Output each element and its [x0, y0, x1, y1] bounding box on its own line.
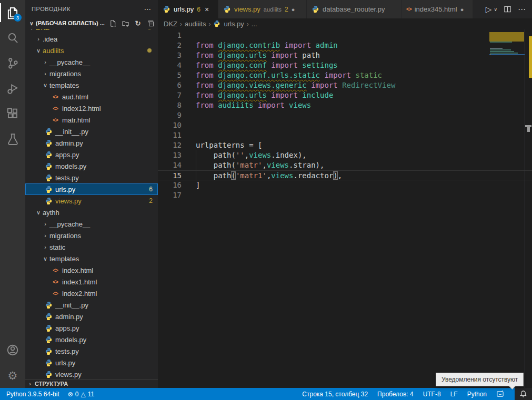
tree-item-admin-py[interactable]: admin.py [25, 311, 158, 322]
code-text: from django.urls import path [182, 50, 320, 60]
tree-item-audiiits[interactable]: ∨audiiits [25, 45, 158, 56]
activity-extensions[interactable] [0, 101, 25, 126]
collapse-all-icon[interactable] [146, 19, 155, 27]
code-line[interactable]: 9 [158, 110, 532, 120]
run-dropdown-icon[interactable]: ∨ [494, 7, 497, 12]
refresh-icon[interactable]: ↻ [134, 19, 142, 27]
code-line[interactable]: 8from audiiits import views [158, 100, 532, 110]
outline-section-header[interactable]: › СТРУКТУРА [25, 379, 158, 388]
breadcrumb-item[interactable]: audiiits [185, 20, 206, 28]
notifications-bell[interactable] [515, 388, 532, 400]
tab-urls-py[interactable]: urls.py 6 × [158, 0, 218, 18]
run-button[interactable]: ▷ [486, 5, 492, 14]
tab-views-py[interactable]: views.py audiiits 2 ● [218, 0, 307, 18]
code-line[interactable]: 12urlpatterns = [ [158, 140, 532, 150]
chevron-right-icon: › [208, 20, 210, 28]
tree-item-label: .idea [43, 35, 57, 43]
tree-item-models-py[interactable]: models.py [25, 334, 158, 345]
feedback-icon[interactable] [496, 390, 505, 398]
tree-item-label: __pycache__ [49, 220, 90, 228]
code-text [182, 130, 196, 140]
tree-item-templates[interactable]: ∨templates [25, 79, 158, 91]
tree-item-label: index2.html [62, 290, 97, 298]
tree-item-migrations[interactable]: ›migrations [25, 230, 158, 241]
line-number: 16 [158, 180, 182, 190]
new-folder-icon[interactable] [121, 19, 129, 27]
tree-item-label: templates [49, 255, 79, 263]
python-icon [44, 335, 53, 344]
tree-item-apps-py[interactable]: apps.py [25, 149, 158, 160]
python-interpreter-status[interactable]: Python 3.9.5 64-bit [6, 391, 59, 398]
tree-item-matr-html[interactable]: <>matr.html [25, 114, 158, 126]
breadcrumb-item[interactable]: ... [252, 20, 257, 28]
tree-item--idea[interactable]: ›.idea [25, 33, 158, 45]
code-line[interactable]: 14 path('matr',views.stran), [158, 160, 532, 170]
overview-ruler[interactable] [525, 29, 532, 388]
workspace-section-header[interactable]: ∨ (РАБОЧАЯ ОБЛАСТЬ) ... ↻ [25, 17, 158, 29]
eol-status[interactable]: LF [450, 391, 458, 398]
code-line[interactable]: 4from django.conf import settings [158, 60, 532, 70]
more-actions-icon[interactable]: ⋯ [518, 5, 526, 14]
tree-item--init-py[interactable]: __init__.py [25, 126, 158, 137]
tree-item-index12-html[interactable]: <>index12.html [25, 102, 158, 114]
language-mode-status[interactable]: Python [467, 391, 487, 398]
tree-item-urls-py[interactable]: urls.py [25, 357, 158, 368]
activity-account[interactable] [0, 337, 25, 363]
tree-item-templates[interactable]: ∨templates [25, 253, 158, 264]
tree-item-index2-html[interactable]: <>index2.html [25, 288, 158, 299]
account-icon [6, 343, 19, 357]
activity-settings[interactable]: ⚙ [0, 363, 25, 388]
tree-item--pycache-[interactable]: ›__pycache__ [25, 56, 158, 68]
activity-run-debug[interactable] [0, 76, 25, 101]
dirty-dot-icon[interactable]: ● [292, 6, 295, 13]
tree-item-tests-py[interactable]: tests.py [25, 345, 158, 357]
code-line[interactable]: 1 [158, 30, 532, 40]
tree-item--pycache-[interactable]: ›__pycache__ [25, 218, 158, 230]
code-line[interactable]: 16] [158, 180, 532, 190]
code-editor[interactable]: 12from django.contrib import admin3from … [158, 29, 532, 388]
tree-item-admin-py[interactable]: admin.py [25, 137, 158, 149]
encoding-status[interactable]: UTF-8 [423, 391, 441, 398]
activity-testing[interactable] [0, 126, 25, 151]
tree-item-index-html[interactable]: <>index.html [25, 264, 158, 276]
minimap[interactable] [489, 29, 525, 388]
split-editor-icon[interactable] [504, 5, 511, 13]
tree-item--init-py[interactable]: __init__.py [25, 299, 158, 311]
tab-database-roouter-py[interactable]: database_roouter.py [307, 0, 401, 18]
close-icon[interactable]: × [205, 5, 209, 14]
dirty-dot-icon[interactable]: ● [460, 6, 464, 13]
activity-source-control[interactable] [0, 50, 25, 76]
cursor-position-status[interactable]: Строка 15, столбец 32 [302, 391, 368, 398]
code-line[interactable]: 13 path('',views.index), [158, 150, 532, 160]
tree-item-models-py[interactable]: models.py [25, 160, 158, 172]
code-line[interactable]: 11 [158, 130, 532, 140]
code-line[interactable]: 7from django.urls import include [158, 90, 532, 100]
tree-item-views-py[interactable]: views.py [25, 368, 158, 379]
tree-item-tests-py[interactable]: tests.py [25, 172, 158, 183]
new-file-icon[interactable] [108, 19, 117, 27]
breadcrumb-item[interactable]: urls.py [224, 20, 244, 28]
tree-item-aud-html[interactable]: <>aud.html [25, 91, 158, 102]
tree-item-aythh[interactable]: ∨aythh [25, 207, 158, 218]
tab-index345-html[interactable]: <> index345.html ● [401, 0, 473, 18]
code-line[interactable]: 5from django.conf.urls.static import sta… [158, 70, 532, 80]
code-area[interactable]: 12from django.contrib import admin3from … [158, 30, 532, 200]
problems-status[interactable]: ⊗ 0 △ 11 [68, 391, 94, 398]
tree-item-apps-py[interactable]: apps.py [25, 322, 158, 334]
breadcrumb-item[interactable]: DKZ [164, 20, 177, 28]
tree-item-index1-html[interactable]: <>index1.html [25, 276, 158, 288]
tree-item-migrations[interactable]: ›migrations [25, 68, 158, 79]
code-line[interactable]: 6from django.views.generic import Redire… [158, 80, 532, 90]
activity-search[interactable] [0, 25, 25, 50]
code-line[interactable]: 15 path('matr1',views.redactor), [158, 170, 532, 180]
code-line[interactable]: 3from django.urls import path [158, 50, 532, 60]
code-line[interactable]: 10 [158, 120, 532, 130]
sidebar-more-icon[interactable]: ⋯ [144, 5, 152, 13]
indentation-status[interactable]: Пробелов: 4 [377, 391, 414, 398]
tree-item-static[interactable]: ›static [25, 241, 158, 253]
activity-explorer[interactable]: 3 [0, 0, 25, 25]
code-line[interactable]: 17 [158, 190, 532, 200]
tree-item-urls-py[interactable]: urls.py6 [25, 183, 158, 195]
tree-item-views-py[interactable]: views.py2 [25, 195, 158, 207]
code-line[interactable]: 2from django.contrib import admin [158, 40, 532, 50]
